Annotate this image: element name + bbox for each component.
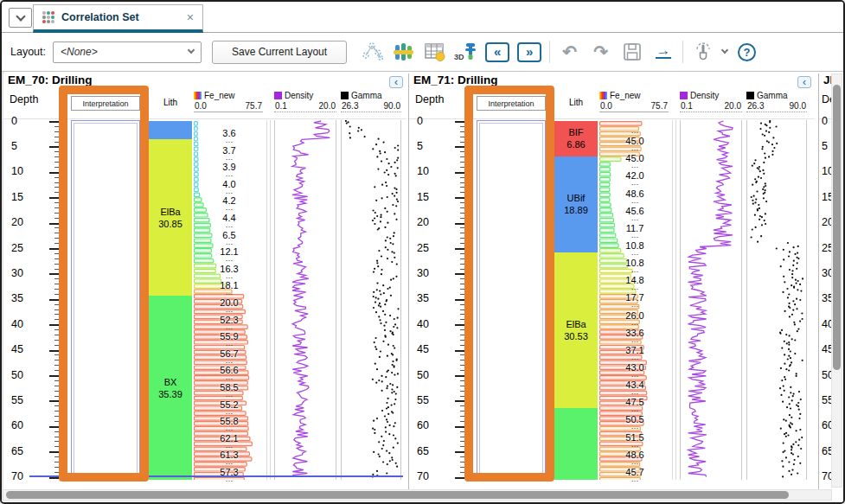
tab-list-button[interactable] (9, 8, 32, 28)
interpretation-track[interactable] (71, 120, 140, 480)
depth-tick (54, 467, 59, 468)
depth-tick (49, 299, 59, 301)
depth-tick (49, 197, 59, 199)
fe-new-value: 10.8… (625, 258, 643, 272)
depth-label: 50 (417, 370, 429, 381)
tab-close-icon[interactable]: × (187, 11, 194, 23)
layout-select-value: <None> (61, 46, 98, 58)
depth-tick (54, 213, 59, 214)
help-button[interactable]: ? (735, 41, 759, 63)
redo-button[interactable]: ↷ (589, 41, 612, 63)
lith-interval[interactable]: ElBa30.53 (554, 252, 598, 409)
depth-tick (54, 284, 59, 284)
depth-label: 70 (11, 471, 23, 482)
density-track[interactable] (680, 120, 742, 480)
depth-label: 40 (417, 319, 429, 330)
lith-interval-label: ElBa30.85 (158, 206, 182, 230)
lith-interval[interactable]: BX35.39 (149, 296, 192, 480)
fe-new-value: 48.6… (625, 189, 643, 203)
lith-track[interactable]: ElBa30.85BX35.39 (149, 120, 192, 480)
well-title: EM_70: Drilling (8, 73, 93, 86)
collapse-panel-button[interactable]: ‹ (797, 76, 811, 88)
gamma-track[interactable] (746, 120, 807, 480)
interpretation-track[interactable] (477, 120, 546, 480)
depth-tick (49, 248, 59, 250)
depth-tick (460, 304, 464, 305)
depth-tick (54, 156, 59, 157)
toolbar: Layout: <None> Save Current Layout (2, 33, 843, 72)
fe-new-value: 33.6… (625, 329, 643, 342)
3d-view-button[interactable]: 3D (454, 41, 477, 63)
value-separator-dots: … (631, 216, 638, 220)
lith-interval[interactable]: UBif18.89 (554, 156, 598, 252)
horizontal-scrollbar-thumb[interactable] (6, 491, 789, 499)
tab-bar: Correlation Set × (2, 2, 843, 33)
fe-new-value: 11.7… (626, 224, 644, 238)
well-logs-view-button[interactable] (392, 41, 415, 63)
depth-tick (460, 421, 464, 422)
depth-tick (54, 238, 59, 239)
depth-tick (54, 462, 59, 463)
toolbar-separator (549, 41, 550, 63)
fe-new-value: 56.6… (220, 366, 238, 380)
interpretation-column-header[interactable]: Interpretation (477, 96, 546, 111)
gamma-track[interactable] (341, 120, 401, 480)
value-separator-dots: … (631, 303, 638, 307)
depth-tick (460, 253, 464, 254)
depth-tick (54, 278, 59, 279)
depth-tick (460, 284, 464, 284)
depth-tick (54, 391, 59, 392)
save-button[interactable] (620, 41, 643, 63)
depth-tick (54, 269, 59, 270)
depth-tick (460, 411, 464, 411)
interpretation-column-header[interactable]: Interpretation (71, 96, 140, 111)
depth-tick (460, 309, 464, 310)
save-current-layout-button[interactable]: Save Current Layout (212, 41, 347, 64)
layout-label: Layout: (10, 46, 46, 58)
next-wells-button[interactable]: » (517, 42, 541, 62)
correlation-view-button[interactable] (361, 41, 384, 63)
density-track[interactable] (274, 120, 336, 480)
fe-new-value: 26.0… (625, 311, 643, 325)
tab-correlation-set[interactable]: Correlation Set × (33, 4, 203, 33)
collapse-panel-button[interactable]: ‹ (389, 76, 403, 88)
depth-tick (455, 197, 464, 199)
pointer-mode-button[interactable] (691, 41, 714, 63)
fe-new-value: 6.5… (222, 231, 235, 245)
depth-tick (460, 192, 464, 193)
export-button[interactable]: → (651, 41, 675, 63)
depth-tick (54, 411, 59, 411)
value-separator-dots: … (225, 156, 233, 160)
depth-tick (54, 431, 59, 432)
undo-button[interactable]: ↶ (558, 41, 581, 63)
fe-new-value: 61.3… (220, 450, 238, 464)
lith-interval[interactable] (554, 408, 598, 480)
depth-tick (460, 137, 464, 137)
value-separator-dots: … (225, 341, 233, 346)
value-separator-dots: … (631, 285, 638, 290)
lith-interval-label: BIF6.86 (567, 126, 585, 150)
vertical-scrollbar-thumb[interactable] (833, 85, 841, 370)
depth-tick (54, 264, 59, 265)
fe-new-value: 58.5… (220, 383, 238, 397)
depth-tick (54, 162, 59, 163)
gamma-swatch-icon (746, 92, 754, 99)
lith-interval[interactable] (149, 121, 192, 139)
horizontal-scrollbar[interactable] (3, 489, 832, 501)
chevron-down-icon[interactable] (721, 47, 728, 54)
depth-label: 0 (11, 116, 17, 127)
lith-interval-label: ElBa30.53 (564, 318, 588, 342)
layout-select[interactable]: <None> (53, 41, 202, 63)
vertical-scrollbar[interactable] (831, 73, 842, 488)
fe-new-value: 43.4… (625, 380, 643, 394)
depth-tick (460, 370, 464, 371)
depth-tick (49, 121, 59, 123)
fe-new-value: 42.0… (625, 171, 643, 185)
lith-track[interactable]: BIF6.86UBif18.89ElBa30.53 (554, 120, 598, 480)
lith-interval[interactable]: ElBa30.85 (149, 139, 192, 296)
table-view-button[interactable] (423, 41, 446, 63)
depth-tick (49, 426, 59, 428)
lith-interval[interactable]: BIF6.86 (554, 121, 598, 156)
depth-tick (54, 289, 59, 290)
previous-wells-button[interactable]: « (485, 42, 509, 62)
